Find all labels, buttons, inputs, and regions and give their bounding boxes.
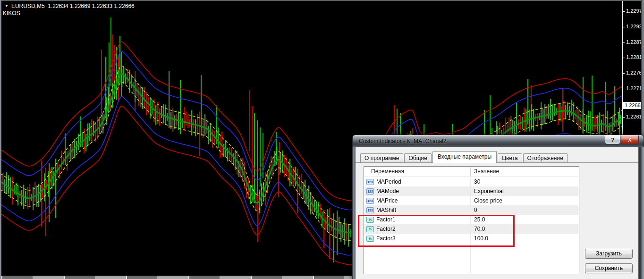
tab-2[interactable]: Входные параметры xyxy=(432,151,497,163)
dialog-frame-left xyxy=(352,147,356,279)
integer-type-icon: 123 xyxy=(366,198,374,204)
integer-type-icon: 123 xyxy=(366,179,374,185)
param-value[interactable]: 30 xyxy=(474,177,480,186)
symbol-ohlc-text: EURUSD,M5 1.22634 1.22669 1.22633 1.2266… xyxy=(11,3,135,9)
window-border-left xyxy=(0,0,1,279)
indicator-name-label: KIKOS xyxy=(3,10,20,17)
table-header: Переменная Значение xyxy=(364,167,579,177)
load-button[interactable]: Загрузить xyxy=(585,249,633,259)
column-header-variable[interactable]: Переменная xyxy=(371,167,404,177)
axis-tick xyxy=(623,27,625,27)
tab-1[interactable]: Общие xyxy=(404,153,431,163)
integer-type-icon: 123 xyxy=(366,207,374,213)
axis-tick xyxy=(623,73,625,74)
axis-tick xyxy=(623,58,625,58)
tab-4[interactable]: Отображение xyxy=(523,153,568,163)
dialog-titlebar[interactable]: Custom Indicator - K_MA_Chanal2 ? X xyxy=(352,135,644,147)
axis-tick xyxy=(623,42,625,43)
column-header-value[interactable]: Значение xyxy=(474,167,499,177)
param-value[interactable]: Close price xyxy=(474,196,502,205)
mt4-window: ▼EURUSD,M5 1.22634 1.22669 1.22633 1.226… xyxy=(0,0,644,279)
custom-indicator-dialog: Custom Indicator - K_MA_Chanal2 ? X О пр… xyxy=(352,135,644,279)
axis-tick xyxy=(623,11,625,12)
param-row-MAMode[interactable]: 123MAModeExponential xyxy=(364,186,579,196)
window-border-top xyxy=(0,0,644,1)
param-row-MAShift[interactable]: 123MAShift0 xyxy=(364,205,579,215)
param-name: MAPeriod xyxy=(376,177,401,186)
factor-highlight-annotation xyxy=(358,215,515,247)
dialog-tabs: О программеОбщиеВходные параметрыЦветаОт… xyxy=(360,149,568,163)
header-column-divider xyxy=(470,168,471,176)
dialog-frame-right xyxy=(638,147,644,279)
tab-0[interactable]: О программе xyxy=(360,153,403,163)
dialog-client-area: О программеОбщиеВходные параметрыЦветаОт… xyxy=(356,147,638,279)
param-row-MAPrice[interactable]: 123MAPriceClose price xyxy=(364,196,579,205)
close-icon[interactable]: X xyxy=(621,135,639,144)
integer-type-icon: 123 xyxy=(366,188,374,194)
save-button[interactable]: Сохранить xyxy=(585,263,633,273)
param-name: MAPrice xyxy=(376,196,398,205)
current-price-marker: 1.22666 xyxy=(623,102,643,109)
param-row-MAPeriod[interactable]: 123MAPeriod30 xyxy=(364,177,579,186)
axis-tick xyxy=(623,89,625,89)
tab-3[interactable]: Цвета xyxy=(498,153,522,163)
param-name: MAMode xyxy=(376,186,399,196)
dialog-title: Custom Indicator - K_MA_Chanal2 xyxy=(359,135,446,147)
symbol-dropdown-icon[interactable]: ▼ xyxy=(5,4,8,8)
axis-tick xyxy=(623,117,625,118)
param-value[interactable]: 0 xyxy=(474,205,477,215)
tab-baseline xyxy=(356,162,638,163)
param-name: MAShift xyxy=(376,205,396,215)
help-button[interactable]: ? xyxy=(605,135,620,144)
symbol-ohlc-header: ▼EURUSD,M5 1.22634 1.22669 1.22633 1.226… xyxy=(5,3,135,9)
param-value[interactable]: Exponential xyxy=(474,186,504,196)
